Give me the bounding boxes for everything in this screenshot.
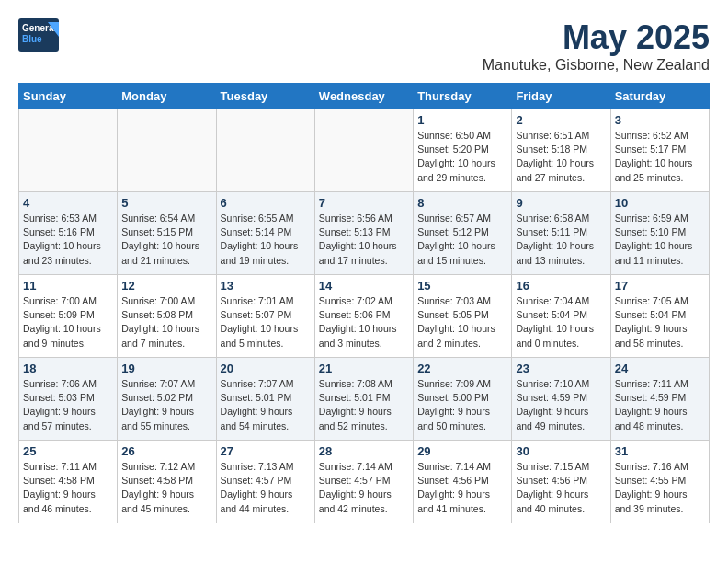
day-number: 12 [121,279,211,293]
calendar-cell: 29Sunrise: 7:14 AM Sunset: 4:56 PM Dayli… [414,441,512,523]
calendar-cell: 3Sunrise: 6:52 AM Sunset: 5:17 PM Daylig… [610,109,709,192]
day-info: Sunrise: 7:11 AM Sunset: 4:58 PM Dayligh… [23,460,113,516]
location-title: Manutuke, Gisborne, New Zealand [483,57,710,74]
day-number: 3 [615,113,705,127]
day-info: Sunrise: 7:14 AM Sunset: 4:57 PM Dayligh… [319,460,409,516]
day-info: Sunrise: 6:58 AM Sunset: 5:11 PM Dayligh… [516,212,606,268]
calendar-cell: 14Sunrise: 7:02 AM Sunset: 5:06 PM Dayli… [314,275,413,358]
day-number: 15 [417,279,507,293]
day-number: 31 [615,444,705,458]
day-info: Sunrise: 6:53 AM Sunset: 5:16 PM Dayligh… [23,212,113,268]
calendar-cell: 27Sunrise: 7:13 AM Sunset: 4:57 PM Dayli… [216,441,314,523]
calendar-cell: 8Sunrise: 6:57 AM Sunset: 5:12 PM Daylig… [414,192,512,275]
day-number: 17 [615,279,705,293]
weekday-header-sunday: Sunday [19,84,118,109]
svg-text:Blue: Blue [22,34,42,44]
logo: General Blue [18,18,59,52]
day-number: 13 [221,279,311,293]
day-number: 21 [319,362,409,375]
day-info: Sunrise: 7:00 AM Sunset: 5:09 PM Dayligh… [23,294,113,350]
day-info: Sunrise: 6:56 AM Sunset: 5:13 PM Dayligh… [319,212,409,268]
day-number: 9 [516,196,606,210]
day-number: 28 [319,444,409,458]
day-number: 26 [121,444,211,458]
calendar-cell: 13Sunrise: 7:01 AM Sunset: 5:07 PM Dayli… [216,275,314,358]
day-info: Sunrise: 6:59 AM Sunset: 5:10 PM Dayligh… [615,212,705,268]
day-number: 18 [23,362,113,375]
calendar-cell [216,109,314,192]
day-info: Sunrise: 7:00 AM Sunset: 5:08 PM Dayligh… [121,294,211,350]
day-number: 29 [417,444,507,458]
day-info: Sunrise: 7:05 AM Sunset: 5:04 PM Dayligh… [615,294,705,350]
weekday-header-row: SundayMondayTuesdayWednesdayThursdayFrid… [19,84,710,109]
calendar-cell: 10Sunrise: 6:59 AM Sunset: 5:10 PM Dayli… [610,192,709,275]
day-info: Sunrise: 7:13 AM Sunset: 4:57 PM Dayligh… [221,460,311,516]
header: General Blue May 2025 Manutuke, Gisborne… [18,18,710,74]
day-number: 25 [23,444,113,458]
calendar-cell: 5Sunrise: 6:54 AM Sunset: 5:15 PM Daylig… [118,192,216,275]
day-info: Sunrise: 6:54 AM Sunset: 5:15 PM Dayligh… [121,212,211,268]
day-number: 11 [23,279,113,293]
day-number: 19 [121,362,211,375]
day-number: 27 [221,444,311,458]
day-info: Sunrise: 7:09 AM Sunset: 5:00 PM Dayligh… [417,377,507,433]
weekday-header-monday: Monday [118,84,216,109]
calendar-cell: 2Sunrise: 6:51 AM Sunset: 5:18 PM Daylig… [512,109,610,192]
day-info: Sunrise: 7:04 AM Sunset: 5:04 PM Dayligh… [516,294,606,350]
weekday-header-thursday: Thursday [414,84,512,109]
calendar-cell: 31Sunrise: 7:16 AM Sunset: 4:55 PM Dayli… [610,441,709,523]
day-info: Sunrise: 7:03 AM Sunset: 5:05 PM Dayligh… [417,294,507,350]
day-info: Sunrise: 7:12 AM Sunset: 4:58 PM Dayligh… [121,460,211,516]
week-row-5: 25Sunrise: 7:11 AM Sunset: 4:58 PM Dayli… [19,441,710,523]
day-number: 20 [221,362,311,375]
calendar-cell: 24Sunrise: 7:11 AM Sunset: 4:59 PM Dayli… [610,358,709,441]
week-row-1: 1Sunrise: 6:50 AM Sunset: 5:20 PM Daylig… [19,109,710,192]
calendar-cell: 18Sunrise: 7:06 AM Sunset: 5:03 PM Dayli… [19,358,118,441]
calendar-cell [314,109,413,192]
day-info: Sunrise: 6:51 AM Sunset: 5:18 PM Dayligh… [516,129,606,185]
day-number: 1 [417,113,507,127]
calendar-cell: 11Sunrise: 7:00 AM Sunset: 5:09 PM Dayli… [19,275,118,358]
calendar-cell: 21Sunrise: 7:08 AM Sunset: 5:01 PM Dayli… [314,358,413,441]
calendar-cell: 19Sunrise: 7:07 AM Sunset: 5:02 PM Dayli… [118,358,216,441]
weekday-header-wednesday: Wednesday [314,84,413,109]
week-row-3: 11Sunrise: 7:00 AM Sunset: 5:09 PM Dayli… [19,275,710,358]
day-number: 7 [319,196,409,210]
day-number: 8 [417,196,507,210]
day-number: 14 [319,279,409,293]
weekday-header-tuesday: Tuesday [216,84,314,109]
day-number: 22 [417,362,507,375]
weekday-header-saturday: Saturday [610,84,709,109]
day-number: 24 [615,362,705,375]
day-info: Sunrise: 7:10 AM Sunset: 4:59 PM Dayligh… [516,377,606,433]
calendar-cell: 6Sunrise: 6:55 AM Sunset: 5:14 PM Daylig… [216,192,314,275]
day-info: Sunrise: 7:16 AM Sunset: 4:55 PM Dayligh… [615,460,705,516]
calendar-cell: 15Sunrise: 7:03 AM Sunset: 5:05 PM Dayli… [414,275,512,358]
day-number: 4 [23,196,113,210]
calendar-cell: 30Sunrise: 7:15 AM Sunset: 4:56 PM Dayli… [512,441,610,523]
day-info: Sunrise: 6:55 AM Sunset: 5:14 PM Dayligh… [221,212,311,268]
day-info: Sunrise: 7:08 AM Sunset: 5:01 PM Dayligh… [319,377,409,433]
day-number: 10 [615,196,705,210]
calendar-cell: 9Sunrise: 6:58 AM Sunset: 5:11 PM Daylig… [512,192,610,275]
day-info: Sunrise: 7:11 AM Sunset: 4:59 PM Dayligh… [615,377,705,433]
calendar-cell: 25Sunrise: 7:11 AM Sunset: 4:58 PM Dayli… [19,441,118,523]
calendar-cell: 12Sunrise: 7:00 AM Sunset: 5:08 PM Dayli… [118,275,216,358]
calendar-cell: 4Sunrise: 6:53 AM Sunset: 5:16 PM Daylig… [19,192,118,275]
day-info: Sunrise: 7:14 AM Sunset: 4:56 PM Dayligh… [417,460,507,516]
calendar-cell [118,109,216,192]
week-row-2: 4Sunrise: 6:53 AM Sunset: 5:16 PM Daylig… [19,192,710,275]
day-info: Sunrise: 7:02 AM Sunset: 5:06 PM Dayligh… [319,294,409,350]
day-info: Sunrise: 7:01 AM Sunset: 5:07 PM Dayligh… [221,294,311,350]
calendar-cell: 28Sunrise: 7:14 AM Sunset: 4:57 PM Dayli… [314,441,413,523]
day-number: 6 [221,196,311,210]
title-area: May 2025 Manutuke, Gisborne, New Zealand [483,18,710,74]
calendar-cell [19,109,118,192]
calendar-table: SundayMondayTuesdayWednesdayThursdayFrid… [18,83,710,523]
calendar-cell: 23Sunrise: 7:10 AM Sunset: 4:59 PM Dayli… [512,358,610,441]
day-info: Sunrise: 6:50 AM Sunset: 5:20 PM Dayligh… [417,129,507,185]
day-number: 2 [516,113,606,127]
calendar-cell: 7Sunrise: 6:56 AM Sunset: 5:13 PM Daylig… [314,192,413,275]
day-info: Sunrise: 6:52 AM Sunset: 5:17 PM Dayligh… [615,129,705,185]
day-info: Sunrise: 7:07 AM Sunset: 5:01 PM Dayligh… [221,377,311,433]
